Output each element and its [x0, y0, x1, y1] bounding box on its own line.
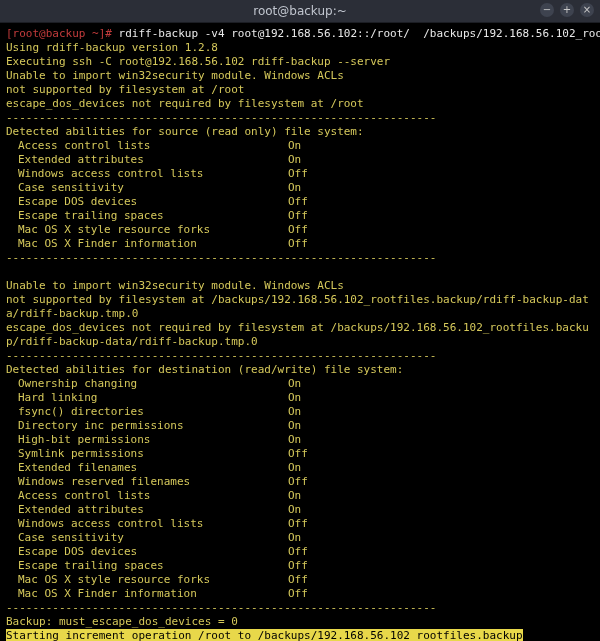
divider: ----------------------------------------…: [6, 251, 594, 265]
ability-value: Off: [288, 587, 308, 601]
ability-value: On: [288, 503, 301, 517]
ability-row: Windows access control listsOff: [6, 167, 594, 181]
ability-value: Off: [288, 223, 308, 237]
ability-label: Ownership changing: [6, 377, 288, 391]
ability-row: Mac OS X Finder informationOff: [6, 237, 594, 251]
maximize-icon[interactable]: +: [560, 3, 574, 17]
increment-operation-text: Starting increment operation /root to /b…: [6, 629, 523, 641]
ability-value: On: [288, 153, 301, 167]
ability-value: On: [288, 419, 301, 433]
ability-value: Off: [288, 475, 308, 489]
ability-row: Mac OS X style resource forksOff: [6, 573, 594, 587]
ability-row: High-bit permissionsOn: [6, 433, 594, 447]
ability-label: High-bit permissions: [6, 433, 288, 447]
ability-label: Escape trailing spaces: [6, 209, 288, 223]
ability-row: Access control listsOn: [6, 489, 594, 503]
ability-label: Mac OS X style resource forks: [6, 573, 288, 587]
output-line: Executing ssh -C root@192.168.56.102 rdi…: [6, 55, 594, 69]
ability-value: Off: [288, 209, 308, 223]
ability-value: Off: [288, 545, 308, 559]
highlighted-line: Starting increment operation /root to /b…: [6, 629, 594, 641]
ability-label: Escape DOS devices: [6, 195, 288, 209]
ability-row: Case sensitivityOn: [6, 531, 594, 545]
ability-value: Off: [288, 195, 308, 209]
prompt-line: [root@backup ~]# rdiff-backup -v4 root@1…: [6, 27, 594, 41]
ability-label: Extended attributes: [6, 153, 288, 167]
ability-row: Extended attributesOn: [6, 503, 594, 517]
minimize-icon[interactable]: −: [540, 3, 554, 17]
ability-value: On: [288, 139, 301, 153]
blank-line: [6, 265, 594, 279]
output-line: a/rdiff-backup.tmp.0: [6, 307, 594, 321]
command-text: rdiff-backup -v4 root@192.168.56.102::/r…: [119, 27, 600, 40]
ability-row: Hard linkingOn: [6, 391, 594, 405]
ability-value: Off: [288, 573, 308, 587]
ability-row: Directory inc permissionsOn: [6, 419, 594, 433]
ability-value: On: [288, 461, 301, 475]
ability-value: On: [288, 181, 301, 195]
terminal-window: root@backup:~ − + × [root@backup ~]# rdi…: [0, 0, 600, 641]
ability-label: Hard linking: [6, 391, 288, 405]
ability-label: Directory inc permissions: [6, 419, 288, 433]
ability-label: Mac OS X style resource forks: [6, 223, 288, 237]
ability-row: Access control listsOn: [6, 139, 594, 153]
ability-value: On: [288, 531, 301, 545]
ability-row: Escape DOS devicesOff: [6, 195, 594, 209]
ability-row: Escape trailing spacesOff: [6, 209, 594, 223]
ability-value: Off: [288, 237, 308, 251]
ability-row: Case sensitivityOn: [6, 181, 594, 195]
ability-label: Case sensitivity: [6, 531, 288, 545]
divider: ----------------------------------------…: [6, 349, 594, 363]
output-line: not supported by filesystem at /backups/…: [6, 293, 594, 307]
ability-label: Escape DOS devices: [6, 545, 288, 559]
window-title: root@backup:~: [0, 4, 600, 18]
ability-value: Off: [288, 447, 308, 461]
ability-label: Escape trailing spaces: [6, 559, 288, 573]
ability-row: Mac OS X Finder informationOff: [6, 587, 594, 601]
output-line: Unable to import win32security module. W…: [6, 69, 594, 83]
ability-row: Escape trailing spacesOff: [6, 559, 594, 573]
ability-value: On: [288, 391, 301, 405]
ability-label: Case sensitivity: [6, 181, 288, 195]
close-icon[interactable]: ×: [580, 3, 594, 17]
ability-row: Windows reserved filenamesOff: [6, 475, 594, 489]
ability-label: Windows access control lists: [6, 517, 288, 531]
ability-row: Extended attributesOn: [6, 153, 594, 167]
ability-value: Off: [288, 167, 308, 181]
ability-label: fsync() directories: [6, 405, 288, 419]
ability-label: Extended filenames: [6, 461, 288, 475]
ability-row: Mac OS X style resource forksOff: [6, 223, 594, 237]
ability-row: Symlink permissionsOff: [6, 447, 594, 461]
source-header: Detected abilities for source (read only…: [6, 125, 594, 139]
ability-label: Windows access control lists: [6, 167, 288, 181]
terminal-output[interactable]: [root@backup ~]# rdiff-backup -v4 root@1…: [0, 23, 600, 641]
ability-label: Extended attributes: [6, 503, 288, 517]
ability-value: On: [288, 405, 301, 419]
window-buttons: − + ×: [540, 3, 594, 17]
shell-prompt: [root@backup ~]#: [6, 27, 112, 40]
dest-header: Detected abilities for destination (read…: [6, 363, 594, 377]
ability-value: On: [288, 489, 301, 503]
output-line: Using rdiff-backup version 1.2.8: [6, 41, 594, 55]
ability-label: Mac OS X Finder information: [6, 587, 288, 601]
ability-row: Extended filenamesOn: [6, 461, 594, 475]
ability-value: Off: [288, 517, 308, 531]
output-line: p/rdiff-backup-data/rdiff-backup.tmp.0: [6, 335, 594, 349]
ability-value: On: [288, 377, 301, 391]
ability-row: Windows access control listsOff: [6, 517, 594, 531]
output-line: escape_dos_devices not required by files…: [6, 321, 594, 335]
ability-label: Access control lists: [6, 139, 288, 153]
ability-label: Windows reserved filenames: [6, 475, 288, 489]
ability-value: On: [288, 433, 301, 447]
ability-row: fsync() directoriesOn: [6, 405, 594, 419]
output-line: not supported by filesystem at /root: [6, 83, 594, 97]
titlebar[interactable]: root@backup:~ − + ×: [0, 0, 600, 23]
output-line: escape_dos_devices not required by files…: [6, 97, 594, 111]
footer-line: Backup: must_escape_dos_devices = 0: [6, 615, 594, 629]
ability-value: Off: [288, 559, 308, 573]
output-line: Unable to import win32security module. W…: [6, 279, 594, 293]
ability-label: Symlink permissions: [6, 447, 288, 461]
ability-label: Access control lists: [6, 489, 288, 503]
ability-row: Escape DOS devicesOff: [6, 545, 594, 559]
divider: ----------------------------------------…: [6, 601, 594, 615]
